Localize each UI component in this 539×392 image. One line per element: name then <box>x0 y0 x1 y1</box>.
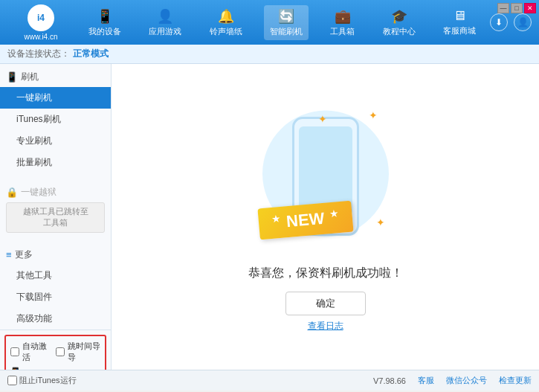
sidebar-bottom: 自动激活 跳时间导导 📱 iPhone 15 Pro Max 512GB iPh… <box>0 330 111 370</box>
logo-text: www.i4.cn <box>24 33 57 41</box>
smart-flash-icon: 🔄 <box>278 8 294 25</box>
jailbreak-section-label: 一键越狱 <box>21 186 57 199</box>
nav-app-games[interactable]: 👤 应用游戏 <box>143 5 187 40</box>
status-value: 正常模式 <box>73 48 109 60</box>
nav-service-label: 客服商城 <box>443 25 476 36</box>
itunes-block-row: 阻止iTunes运行 <box>7 375 77 386</box>
flash-section-label: 刷机 <box>21 71 39 83</box>
user-button[interactable]: 👤 <box>514 13 532 31</box>
jailbreak-section-header: 🔒 一键越狱 <box>0 182 111 202</box>
logo-icon: i4 <box>28 4 54 31</box>
success-message: 恭喜您，保资料刷机成功啦！ <box>248 266 403 281</box>
nav-ringtones[interactable]: 🔔 铃声墙纸 <box>204 5 248 40</box>
sidebar: 📱 刷机 一键刷机 iTunes刷机 专业刷机 批量刷机 <box>0 64 112 370</box>
more-section-label: 更多 <box>15 248 33 261</box>
block-itunes-checkbox[interactable] <box>7 376 17 385</box>
confirm-button[interactable]: 确定 <box>285 292 366 315</box>
status-bar: 设备连接状态： 正常模式 <box>0 45 539 64</box>
nav-toolbox[interactable]: 💼 工具箱 <box>324 5 361 40</box>
auto-activate-checkbox[interactable] <box>10 347 19 356</box>
sidebar-item-download-firmware[interactable]: 下载固件 <box>0 286 111 308</box>
top-right-controls: ⬇ 👤 <box>490 13 532 31</box>
toolbox-icon: 💼 <box>335 8 351 25</box>
device-row: 📱 iPhone 15 Pro Max <box>9 367 102 370</box>
nav-smart-flash[interactable]: 🔄 智能刷机 <box>264 5 309 40</box>
other-tools-label: 其他工具 <box>16 270 52 280</box>
advanced-label: 高级功能 <box>16 313 52 324</box>
sidebar-item-itunes-flash[interactable]: iTunes刷机 <box>0 109 111 130</box>
download-button[interactable]: ⬇ <box>490 13 508 31</box>
nav-my-device-label: 我的设备 <box>88 26 121 37</box>
footer-check-update[interactable]: 检查更新 <box>499 375 532 386</box>
auto-activate-label[interactable]: 自动激活 <box>22 341 48 363</box>
flash-section-icon: 📱 <box>6 71 18 83</box>
footer-right: V7.98.66 客服 微信公众号 检查更新 <box>373 375 532 386</box>
jailbreak-notice-text: 越狱工具已跳转至工具箱 <box>23 207 88 227</box>
more-section-header: ≡ 更多 <box>0 245 111 265</box>
ringtones-icon: 🔔 <box>218 8 234 25</box>
sidebar-item-pro-flash[interactable]: 专业刷机 <box>0 130 111 152</box>
device-name: iPhone 15 Pro Max <box>25 368 97 370</box>
auto-activate-row: 自动激活 <box>9 338 50 365</box>
sidebar-item-advanced[interactable]: 高级功能 <box>0 308 111 330</box>
footer-customer-service[interactable]: 客服 <box>418 375 434 386</box>
window-controls: — □ ✕ <box>497 3 536 13</box>
nav-tutorial[interactable]: 🎓 教程中心 <box>377 5 422 40</box>
nav-smart-flash-label: 智能刷机 <box>270 26 303 37</box>
minimize-button[interactable]: — <box>497 3 509 13</box>
time-guide-label[interactable]: 跳时间导导 <box>68 341 100 363</box>
sidebar-item-other-tools[interactable]: 其他工具 <box>0 265 111 286</box>
version-label: V7.98.66 <box>373 376 406 385</box>
download-firmware-label: 下载固件 <box>16 292 52 302</box>
device-phone-icon: 📱 <box>9 367 22 370</box>
service-icon: 🖥 <box>453 8 466 24</box>
jailbreak-disabled-notice: 越狱工具已跳转至工具箱 <box>6 202 105 233</box>
close-button[interactable]: ✕ <box>524 3 536 13</box>
nav-tutorial-label: 教程中心 <box>383 26 416 37</box>
footer: 阻止iTunes运行 V7.98.66 客服 微信公众号 检查更新 <box>0 370 539 391</box>
nav-my-device[interactable]: 📱 我的设备 <box>83 5 127 40</box>
sparkle-2: ✦ <box>369 109 378 121</box>
footer-wechat[interactable]: 微信公众号 <box>446 375 487 386</box>
flash-section-header: 📱 刷机 <box>0 67 111 87</box>
block-itunes-label[interactable]: 阻止iTunes运行 <box>19 375 77 386</box>
itunes-flash-label: iTunes刷机 <box>16 114 61 124</box>
nav-ringtones-label: 铃声墙纸 <box>210 26 242 37</box>
app-games-icon: 👤 <box>157 8 173 25</box>
top-navbar: i4 www.i4.cn 📱 我的设备 👤 应用游戏 🔔 铃声墙纸 🔄 智能刷机 <box>0 0 539 45</box>
one-key-flash-label: 一键刷机 <box>16 92 52 103</box>
nav-service[interactable]: 🖥 客服商城 <box>437 5 482 39</box>
logo: i4 www.i4.cn <box>7 4 74 41</box>
pro-flash-label: 专业刷机 <box>16 135 52 146</box>
time-guide-row: 跳时间导导 <box>54 338 102 365</box>
main-layout: 📱 刷机 一键刷机 iTunes刷机 专业刷机 批量刷机 <box>0 64 539 370</box>
time-guide-checkbox[interactable] <box>56 347 65 356</box>
sparkle-1: ✦ <box>318 113 327 125</box>
status-label: 设备连接状态： <box>7 48 70 60</box>
batch-flash-label: 批量刷机 <box>16 157 52 167</box>
view-log-link[interactable]: 查看日志 <box>308 320 343 332</box>
maximize-button[interactable]: □ <box>511 3 523 13</box>
sparkle-3: ✦ <box>376 216 385 228</box>
lock-icon: 🔒 <box>6 187 18 198</box>
sidebar-item-batch-flash[interactable]: 批量刷机 <box>0 152 111 173</box>
jailbreak-section: 🔒 一键越狱 越狱工具已跳转至工具箱 <box>0 182 111 236</box>
nav-app-games-label: 应用游戏 <box>149 26 181 37</box>
sidebar-item-one-key-flash[interactable]: 一键刷机 <box>0 87 111 109</box>
tutorial-icon: 🎓 <box>391 8 407 25</box>
flash-section: 📱 刷机 一键刷机 iTunes刷机 专业刷机 批量刷机 <box>0 67 111 173</box>
nav-toolbox-label: 工具箱 <box>330 26 355 37</box>
more-section-icon: ≡ <box>6 249 12 260</box>
nav-items: 📱 我的设备 👤 应用游戏 🔔 铃声墙纸 🔄 智能刷机 💼 工具箱 🎓 <box>74 5 490 40</box>
success-illustration: NEW ✦ ✦ ✦ <box>251 102 400 258</box>
more-section: ≡ 更多 其他工具 下载固件 高级功能 <box>0 245 111 330</box>
my-device-icon: 📱 <box>97 8 113 25</box>
footer-left: 阻止iTunes运行 <box>7 375 361 386</box>
content-area: NEW ✦ ✦ ✦ 恭喜您，保资料刷机成功啦！ 确定 查看日志 <box>112 64 539 370</box>
